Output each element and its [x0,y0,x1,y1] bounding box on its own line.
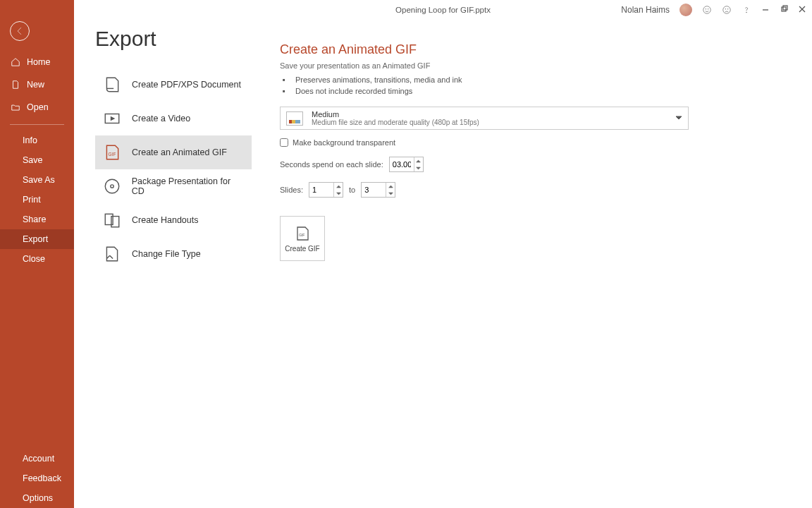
nav-feedback[interactable]: Feedback [0,468,74,488]
titlebar: Opening Loop for GIF.pptx Nolan Haims [74,0,812,20]
nav-print[interactable]: Print [0,190,74,210]
export-title: Export [95,27,259,51]
smile-icon[interactable] [702,5,712,15]
svg-text:GIF: GIF [109,152,116,157]
nav-new-label: New [27,80,44,90]
detail-sub: Save your presentation as an Animated GI… [280,61,791,70]
filetype-icon [102,244,122,264]
nav-save-as[interactable]: Save As [0,170,74,190]
frown-icon[interactable] [722,5,732,15]
svg-point-4 [725,8,726,9]
window-close[interactable] [798,5,806,16]
slides-from-spinner[interactable] [309,182,343,198]
export-detail-pane: Create an Animated GIF Save your present… [259,20,812,508]
export-option-handouts-label: Create Handouts [132,215,199,225]
pdf-icon [102,75,122,95]
nav-options[interactable]: Options [0,488,74,508]
window-restore[interactable] [780,5,788,16]
handouts-icon [102,210,122,230]
new-doc-icon [10,79,21,90]
export-option-cd-label: Package Presentation for CD [132,176,245,196]
slides-label: Slides: [280,186,303,194]
svg-point-3 [723,6,731,14]
transparent-checkbox[interactable] [280,138,288,147]
export-option-filetype[interactable]: Change File Type [95,237,252,271]
nav-account[interactable]: Account [0,449,74,468]
export-option-pdf[interactable]: Create PDF/XPS Document [95,68,252,102]
nav-open[interactable]: Open [0,96,74,119]
svg-rect-8 [782,7,786,11]
export-option-cd[interactable]: Package Presentation for CD [95,169,252,203]
create-gif-button[interactable]: GIF Create GIF [280,216,325,261]
avatar[interactable] [679,4,692,16]
slides-from-input[interactable] [309,183,333,197]
slides-to-step-up[interactable] [386,183,395,190]
svg-text:GIF: GIF [299,233,304,237]
slides-to-input[interactable] [362,183,386,197]
gif-icon: GIF [102,143,122,162]
slides-to-label: to [349,186,355,194]
svg-point-14 [105,179,119,193]
seconds-input[interactable] [390,157,414,171]
seconds-step-up[interactable] [414,157,423,164]
window-minimize[interactable] [761,5,770,16]
chevron-down-icon [675,114,682,123]
nav-close[interactable]: Close [0,249,74,269]
video-icon [102,109,122,128]
export-option-pdf-label: Create PDF/XPS Document [132,80,241,90]
quality-name: Medium [312,110,479,119]
username-label: Nolan Haims [621,5,670,15]
slides-to-spinner[interactable] [361,182,395,198]
create-gif-icon: GIF [294,225,311,242]
svg-point-5 [727,8,728,9]
export-option-video-label: Create a Video [132,114,190,123]
nav-home[interactable]: Home [0,51,74,73]
nav-new[interactable]: New [0,73,74,96]
detail-heading: Create an Animated GIF [280,42,791,57]
nav-open-label: Open [27,102,49,112]
svg-point-1 [706,8,706,9]
nav-home-label: Home [27,57,50,67]
open-folder-icon [10,102,21,113]
quality-desc: Medium file size and moderate quality (4… [312,119,479,126]
home-icon [10,56,21,68]
svg-point-6 [746,12,747,13]
seconds-step-down[interactable] [414,164,423,171]
document-title: Opening Loop for GIF.pptx [395,6,491,14]
export-option-handouts[interactable]: Create Handouts [95,203,252,237]
svg-point-15 [111,185,113,188]
svg-rect-9 [783,6,787,10]
cd-icon [102,176,122,196]
export-option-video[interactable]: Create a Video [95,102,252,135]
export-options-column: Export Create PDF/XPS Document Create a … [74,20,259,508]
backstage-sidebar: Home New Open Info Save Save As Print Sh… [0,0,74,508]
detail-bullet-1: Preserves animations, transitions, media… [290,74,791,85]
export-option-filetype-label: Change File Type [132,249,201,259]
export-option-gif-label: Create an Animated GIF [132,147,227,157]
export-option-gif[interactable]: GIF Create an Animated GIF [95,135,252,169]
svg-point-0 [703,6,711,14]
nav-divider [10,124,64,125]
nav-info[interactable]: Info [0,131,74,150]
nav-share[interactable]: Share [0,210,74,229]
slides-to-step-down[interactable] [386,190,395,197]
quality-thumbnail-icon [286,111,303,126]
slides-from-step-up[interactable] [334,183,343,190]
svg-point-2 [708,8,708,9]
back-button[interactable] [10,21,30,41]
quality-dropdown[interactable]: Medium Medium file size and moderate qua… [280,107,689,130]
seconds-label: Seconds spend on each slide: [280,160,383,169]
slides-from-step-down[interactable] [334,190,343,197]
detail-bullet-2: Does not include recorded timings [290,85,791,97]
seconds-spinner[interactable] [389,157,424,172]
create-gif-label: Create GIF [285,245,319,253]
nav-save[interactable]: Save [0,150,74,170]
transparent-label: Make background transparent [293,138,395,147]
help-icon[interactable] [742,5,751,15]
nav-export[interactable]: Export [0,229,74,249]
transparent-checkbox-row[interactable]: Make background transparent [280,138,791,147]
